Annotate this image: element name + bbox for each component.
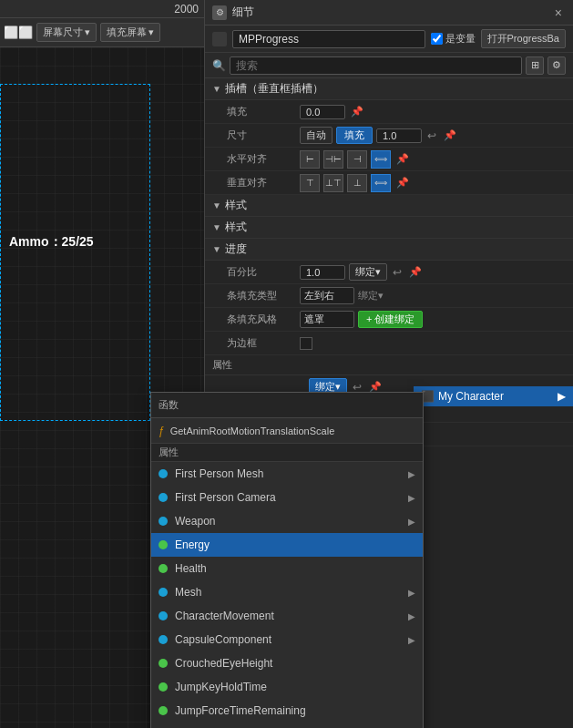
component-icon <box>212 32 227 46</box>
dropdown-item[interactable]: Weapon▶ <box>151 509 423 533</box>
item-label: JumpForceTimeRemaining <box>175 704 306 717</box>
size-auto-button[interactable]: 自动 <box>300 127 333 144</box>
dropdown-item[interactable]: Mesh▶ <box>151 580 423 604</box>
valign-pin[interactable]: 📌 <box>394 177 411 189</box>
dropdown-item[interactable]: JumpForceTimeRemaining <box>151 699 423 723</box>
item-label: Energy <box>175 538 210 551</box>
percent-pin[interactable]: 📌 <box>407 266 424 278</box>
item-dot <box>159 659 168 668</box>
item-dot <box>159 635 168 644</box>
dropdown-item[interactable]: First Person Camera▶ <box>151 486 423 509</box>
percent-bind-button[interactable]: 绑定▾ <box>349 263 387 281</box>
item-label: CrouchedEyeHeight <box>175 657 272 670</box>
slot-title: 插槽（垂直框插槽） <box>225 81 323 97</box>
style1-section[interactable]: ▼ 样式 <box>205 195 573 217</box>
border-label: 为边框 <box>227 336 300 350</box>
fill-style-dropdown[interactable]: 遮罩 <box>300 311 354 328</box>
fill-value-wrap: 0.0 📌 <box>300 105 566 119</box>
dropdown-item[interactable]: CharacterMovement▶ <box>151 604 423 628</box>
dropdown-item[interactable]: Health <box>151 557 423 580</box>
valign-top[interactable]: ⊤ <box>300 174 320 192</box>
fill-style-value-wrap: 遮罩 + 创建绑定 <box>300 311 566 328</box>
valign-center[interactable]: ⊥⊤ <box>323 174 343 192</box>
fill-type-dropdown[interactable]: 左到右 <box>300 287 354 304</box>
grid-icon-button[interactable]: ⊞ <box>526 56 544 75</box>
is-variable-wrap: 是变量 <box>431 32 476 46</box>
component-name-input[interactable] <box>232 30 425 48</box>
dropdown-items-list: First Person Mesh▶First Person Camera▶We… <box>151 462 423 728</box>
halign-label: 水平对齐 <box>227 152 300 166</box>
settings-icon-button[interactable]: ⚙ <box>547 56 566 75</box>
char-bar-label: My Character <box>438 390 504 403</box>
item-arrow: ▶ <box>408 635 415 645</box>
canvas-toolbar: ⬜⬜ 屏幕尺寸 ▾ 填充屏幕 ▾ <box>0 18 204 47</box>
item-label: CapsuleComponent <box>175 633 271 646</box>
style2-title: 样式 <box>225 220 247 235</box>
fill-screen-button[interactable]: 填充屏幕 ▾ <box>100 23 160 42</box>
item-label: CharacterMovement <box>175 610 274 622</box>
char-bar-arrow: ▶ <box>558 390 566 403</box>
fill-pin[interactable]: 📌 <box>349 106 365 118</box>
halign-right[interactable]: ⊣ <box>347 150 367 169</box>
valign-bottom[interactable]: ⊥ <box>347 174 367 192</box>
size-pin[interactable]: 📌 <box>442 129 458 141</box>
percent-value[interactable]: 1.0 <box>300 265 345 280</box>
dropdown-attr-label: 属性 <box>159 446 179 459</box>
character-bar[interactable]: ⬛ My Character ▶ <box>414 386 573 406</box>
dropdown-item[interactable]: CrouchedEyeHeight <box>151 651 423 675</box>
percent-row: 百分比 1.0 绑定▾ ↩ 📌 <box>205 261 573 284</box>
dropdown-item[interactable]: CapsuleComponent▶ <box>151 628 423 651</box>
is-variable-label: 是变量 <box>445 32 476 46</box>
canvas-number: 2000 <box>174 3 199 15</box>
percent-reset[interactable]: ↩ <box>391 266 404 279</box>
is-variable-checkbox[interactable] <box>431 33 443 45</box>
valign-row: 垂直对齐 ⊤ ⊥⊤ ⊥ ⟺ 📌 <box>205 171 573 195</box>
item-dot <box>159 588 168 597</box>
item-label: First Person Camera <box>175 491 276 504</box>
fill-style-row: 条填充风格 遮罩 + 创建绑定 <box>205 308 573 332</box>
item-label: Weapon <box>175 515 215 528</box>
screen-size-button[interactable]: 屏幕尺寸 ▾ <box>36 23 97 42</box>
dropdown-overlay: 函数 ƒ GetAnimRootMotionTranslationScale 属… <box>150 392 424 728</box>
progress-section[interactable]: ▼ 进度 <box>205 239 573 261</box>
slot-section-header[interactable]: ▼ 插槽（垂直框插槽） <box>205 78 573 100</box>
size-number[interactable]: 1.0 <box>376 128 422 143</box>
fill-value[interactable]: 0.0 <box>300 105 345 119</box>
size-fill-button[interactable]: 填充 <box>336 127 373 144</box>
valign-value-wrap: ⊤ ⊥⊤ ⊥ ⟺ 📌 <box>300 174 566 192</box>
item-dot <box>159 540 168 549</box>
border-checkbox[interactable] <box>300 337 312 350</box>
dropdown-header-label: 函数 <box>159 398 179 412</box>
selection-box <box>0 84 150 421</box>
create-bind-button[interactable]: + 创建绑定 <box>358 311 423 328</box>
dropdown-func-item[interactable]: ƒ GetAnimRootMotionTranslationScale <box>151 418 423 444</box>
size-reset[interactable]: ↩ <box>425 129 438 142</box>
close-button[interactable]: × <box>551 5 566 20</box>
dropdown-item[interactable]: First Person Mesh▶ <box>151 462 423 486</box>
fill-type-value-wrap: 左到右 绑定▾ <box>300 287 566 304</box>
item-dot <box>159 564 168 573</box>
item-arrow: ▶ <box>408 588 415 598</box>
panel-title: 细节 <box>232 5 546 20</box>
screen-size-arrow: ▾ <box>85 26 90 38</box>
dropdown-item[interactable]: ProxyJumpForceStartedTime <box>151 723 423 728</box>
style1-arrow: ▼ <box>212 200 221 210</box>
dropdown-item[interactable]: JumpKeyHoldTime <box>151 675 423 699</box>
func-name: GetAnimRootMotionTranslationScale <box>170 426 335 436</box>
component-bar: 是变量 打开ProgressBa <box>205 26 573 53</box>
halign-left[interactable]: ⊢ <box>300 150 320 169</box>
valign-fill[interactable]: ⟺ <box>371 174 391 192</box>
func-icon: ƒ <box>159 425 165 437</box>
halign-fill[interactable]: ⟺ <box>371 150 391 169</box>
border-row: 为边框 <box>205 332 573 355</box>
panel-icon: ⚙ <box>212 5 227 20</box>
open-progress-button[interactable]: 打开ProgressBa <box>481 29 566 48</box>
search-input[interactable] <box>230 56 522 75</box>
halign-pin[interactable]: 📌 <box>394 153 411 165</box>
dropdown-item[interactable]: Energy <box>151 533 423 557</box>
dropdown-attr-header: 属性 <box>151 444 423 462</box>
attr-section: 属性 <box>205 355 573 375</box>
halign-center[interactable]: ⊣⊢ <box>323 150 343 169</box>
style2-section[interactable]: ▼ 样式 <box>205 217 573 239</box>
border-value-wrap <box>300 337 566 350</box>
